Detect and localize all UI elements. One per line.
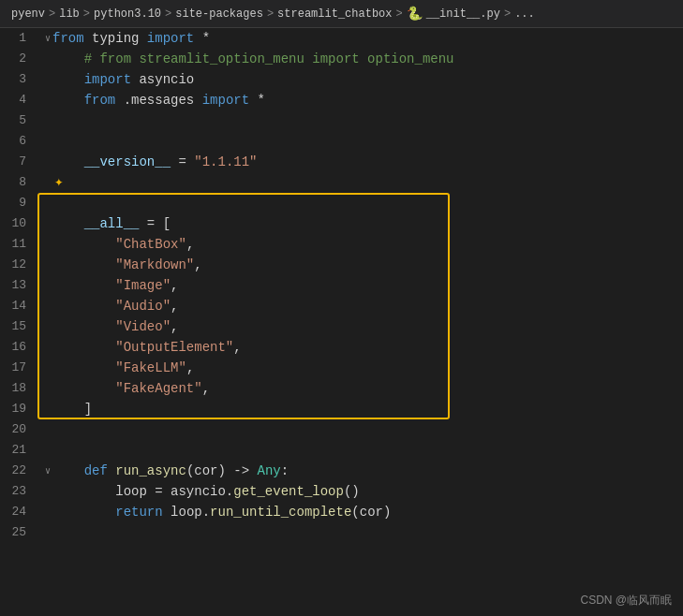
- line-18-content: "FakeAgent" ,: [52, 378, 210, 399]
- code-line-2: ∨ # from streamlit_option_menu import op…: [45, 49, 683, 69]
- code-line-20: ∨: [45, 419, 683, 440]
- line-24-content: return loop. run_until_complete (cor): [52, 502, 391, 522]
- breadcrumb-sep: >: [504, 7, 511, 21]
- code-line-14: ∨ "Audio" ,: [45, 296, 683, 316]
- line-num-5: 5: [7, 110, 26, 131]
- breadcrumb-sep: >: [267, 7, 274, 21]
- code-line-3: ∨ import asyncio: [45, 69, 683, 90]
- line-num-19: 19: [7, 399, 26, 419]
- line-10-content: __all__ = [: [52, 213, 171, 234]
- breadcrumb: pyenv > lib > python3.10 > site-packages…: [0, 0, 683, 28]
- line-22-content: def run_async (cor) -> Any :: [52, 461, 289, 481]
- line-num-24: 24: [7, 502, 26, 522]
- breadcrumb-item[interactable]: streamlit_chatbox: [277, 7, 392, 21]
- file-icon: 🐍: [407, 6, 423, 22]
- line-num-21: 21: [7, 440, 26, 461]
- breadcrumb-item[interactable]: __init__.py: [426, 7, 500, 21]
- code-line-1: ∨ from typing import *: [45, 28, 683, 49]
- line-num-14: 14: [7, 296, 26, 316]
- line-num-9: 9: [7, 193, 26, 213]
- code-line-23: ∨ loop = asyncio. get_event_loop (): [45, 481, 683, 502]
- code-line-5: ∨: [45, 110, 683, 131]
- line-num-23: 23: [7, 481, 26, 502]
- code-line-18: ∨ "FakeAgent" ,: [45, 378, 683, 399]
- line-num-4: 4: [7, 90, 26, 110]
- breadcrumb-sep: >: [165, 7, 171, 21]
- line-num-15: 15: [7, 316, 26, 337]
- line-num-8: 8: [7, 172, 26, 193]
- line-num-20: 20: [7, 419, 26, 440]
- line-num-11: 11: [7, 234, 26, 255]
- code-line-12: ∨ "Markdown" ,: [45, 255, 683, 275]
- code-lines: ∨ from typing import * ∨ # from streamli…: [37, 28, 683, 543]
- code-line-15: ∨ "Video" ,: [45, 316, 683, 337]
- code-line-13: ∨ "Image" ,: [45, 275, 683, 296]
- line-14-content: "Audio" ,: [52, 296, 178, 316]
- code-line-24: ∨ return loop. run_until_complete (cor): [45, 502, 683, 522]
- code-line-19: ∨ ]: [45, 399, 683, 419]
- line-3-content: import asyncio: [52, 69, 194, 90]
- watermark: CSDN @临风而眠: [580, 593, 672, 609]
- code-line-17: ∨ "FakeLLM" ,: [45, 358, 683, 378]
- line-num-25: 25: [7, 522, 26, 543]
- fold-icon-1[interactable]: ∨: [45, 33, 51, 44]
- breadcrumb-item[interactable]: site-packages: [175, 7, 263, 21]
- line-17-content: "FakeLLM" ,: [52, 358, 194, 378]
- breadcrumb-sep: >: [396, 7, 403, 21]
- code-line-8: ∨ ✦: [45, 172, 683, 193]
- code-line-25: ∨: [45, 522, 683, 543]
- code-line-10: ∨ __all__ = [: [45, 213, 683, 234]
- line-numbers: 1 2 3 4 5 6 7 8 9 10 11 12 13 14 15 16 1…: [0, 28, 37, 616]
- line-13-content: "Image" ,: [52, 275, 178, 296]
- breadcrumb-item[interactable]: python3.10: [94, 7, 161, 21]
- code-line-9: ∨: [45, 193, 683, 213]
- line-12-content: "Markdown" ,: [52, 255, 202, 275]
- line-num-13: 13: [7, 275, 26, 296]
- breadcrumb-item: ...: [514, 7, 535, 21]
- keyword-import: import: [147, 28, 194, 49]
- line-15-content: "Video" ,: [52, 316, 178, 337]
- line-num-17: 17: [7, 358, 26, 378]
- line-8-content: ✦: [52, 172, 64, 193]
- breadcrumb-item[interactable]: lib: [59, 7, 80, 21]
- line-num-7: 7: [7, 152, 26, 172]
- breadcrumb-sep: >: [49, 7, 55, 21]
- line-1-content: from typing import *: [52, 28, 210, 49]
- line-num-10: 10: [7, 213, 26, 234]
- code-line-11: ∨ "ChatBox" ,: [45, 234, 683, 255]
- code-line-7: ∨ __version__ = "1.1.11": [45, 152, 683, 172]
- line-7-content: __version__ = "1.1.11": [52, 152, 257, 172]
- fold-icon-22[interactable]: ∨: [45, 465, 51, 477]
- code-line-4: ∨ from .messages import *: [45, 90, 683, 110]
- line-num-3: 3: [7, 69, 26, 90]
- line-19-content: ]: [52, 399, 92, 419]
- code-line-16: ∨ "OutputElement" ,: [45, 337, 683, 358]
- code-line-6: ∨: [45, 131, 683, 152]
- line-num-18: 18: [7, 378, 26, 399]
- code-content: ∨ from typing import * ∨ # from streamli…: [37, 28, 683, 616]
- line-23-content: loop = asyncio. get_event_loop (): [52, 481, 360, 502]
- line-16-content: "OutputElement" ,: [52, 337, 242, 358]
- line-num-1: 1: [7, 28, 26, 49]
- breadcrumb-item[interactable]: pyenv: [11, 7, 45, 21]
- line-num-6: 6: [7, 131, 26, 152]
- line-4-content: from .messages import *: [52, 90, 265, 110]
- star-icon: ✦: [54, 172, 64, 193]
- code-line-22: ∨ def run_async (cor) -> Any :: [45, 461, 683, 481]
- line-num-22: 22: [7, 461, 26, 481]
- code-editor: 1 2 3 4 5 6 7 8 9 10 11 12 13 14 15 16 1…: [0, 28, 683, 616]
- code-line-21: ∨: [45, 440, 683, 461]
- breadcrumb-sep: >: [83, 7, 90, 21]
- line-num-16: 16: [7, 337, 26, 358]
- line-num-12: 12: [7, 255, 26, 275]
- line-num-2: 2: [7, 49, 26, 69]
- keyword-from: from: [52, 28, 84, 49]
- line-11-content: "ChatBox" ,: [52, 234, 194, 255]
- line-2-content: # from streamlit_option_menu import opti…: [52, 49, 453, 69]
